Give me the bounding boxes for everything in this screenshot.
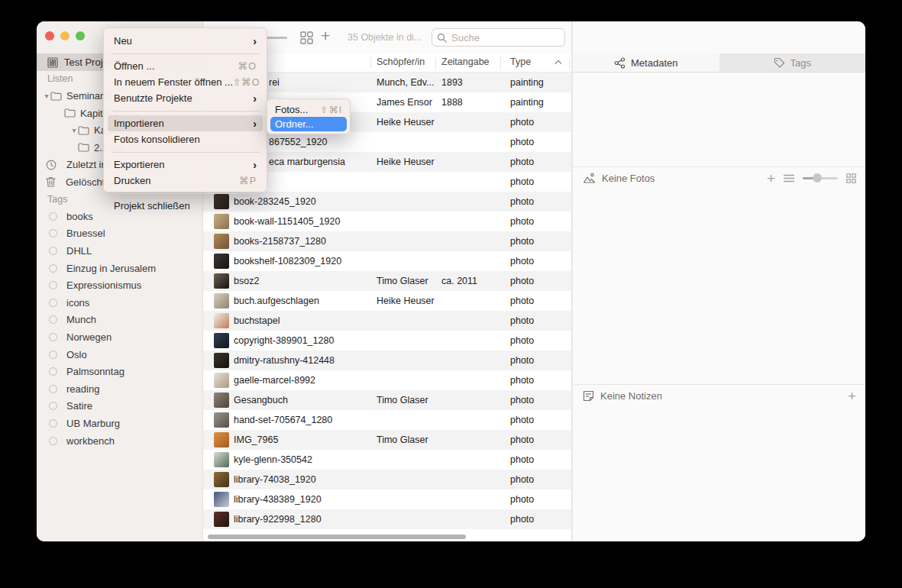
sidebar-tag-dhll[interactable]: DHLL <box>37 242 202 260</box>
add-object-button[interactable]: + <box>321 27 330 45</box>
project-menu: Neu›Öffnen ...⌘OIn neuem Fenster öffnen … <box>103 27 267 192</box>
list-view-icon[interactable] <box>784 174 794 183</box>
sidebar-tag-munch[interactable]: Munch <box>37 312 202 329</box>
tag-icon <box>774 57 785 69</box>
app-window: Test Projekt Listen▾SeminararKapitel 1▾K… <box>37 21 865 541</box>
table-row[interactable]: buch.aufgeschlagenHeike Heuserphoto <box>203 291 571 311</box>
table-row[interactable]: dmitry-ratushny-412448photo <box>203 351 571 370</box>
photo-size-slider[interactable] <box>803 177 838 179</box>
tab-tags-label: Tags <box>790 57 811 69</box>
sidebar-tag-satire[interactable]: Satire <box>37 398 202 415</box>
sidebar-tag-expressionismus[interactable]: Expressionismus <box>37 276 202 294</box>
minimize-button[interactable] <box>60 31 70 40</box>
thumbnail-size-slider[interactable] <box>266 37 287 39</box>
table-row[interactable]: gaelle-marcel-8992photo <box>203 370 571 390</box>
search-input[interactable] <box>450 31 542 44</box>
import-submenu: Fotos...⇧⌘IOrdner... <box>267 99 351 134</box>
tag-circle-icon <box>49 212 57 221</box>
sidebar-tag-ub-marburg[interactable]: UB Marburg <box>37 415 202 432</box>
table-row[interactable]: copyright-389901_1280photo <box>203 331 571 351</box>
trash-icon <box>46 176 56 187</box>
table-row[interactable]: kyle-glenn-350542photo <box>203 450 571 470</box>
tab-tags[interactable]: Tags <box>719 53 866 72</box>
tab-metadaten[interactable]: Metadaten <box>573 53 719 72</box>
table-row[interactable]: library-438389_1920photo <box>203 489 571 509</box>
table-row[interactable]: hand-set-705674_1280photo <box>203 410 571 430</box>
column-header-date[interactable]: Zeitangabe <box>441 57 490 67</box>
column-header-type[interactable]: Type <box>510 57 531 67</box>
add-photo-button[interactable]: + <box>767 171 775 186</box>
photos-grid-icon[interactable] <box>846 173 856 183</box>
sidebar-tag-palmsonntag[interactable]: Palmsonntag <box>37 363 202 380</box>
tag-circle-icon <box>49 281 57 289</box>
object-thumbnail <box>214 373 229 388</box>
object-thumbnail <box>214 333 229 348</box>
column-header-creator[interactable]: Schöpfer/in <box>377 57 425 67</box>
table-row[interactable]: bsoz2Timo Glaserca. 2011photo <box>203 271 571 291</box>
sidebar-tag-icons[interactable]: icons <box>37 294 202 312</box>
menu-item-projekt-schlie-en[interactable]: Projekt schließen <box>108 198 263 214</box>
table-row[interactable]: GesangbuchTimo Glaserphoto <box>203 390 571 410</box>
add-note-button[interactable]: + <box>848 389 856 403</box>
menu-item-neu[interactable]: Neu› <box>108 33 263 49</box>
search-field[interactable] <box>432 28 565 47</box>
photos-section-header: Keine Fotos + <box>573 168 865 188</box>
disclosure-triangle-icon[interactable]: ▾ <box>70 126 78 134</box>
tag-circle-icon <box>49 402 57 410</box>
table-row[interactable]: library-922998_1280photo <box>203 509 571 529</box>
tab-metadaten-label: Metadaten <box>631 57 677 69</box>
table-row[interactable]: IMG_7965Timo Glaserphoto <box>203 430 571 450</box>
table-row[interactable]: bookshelf-1082309_1920photo <box>203 251 571 271</box>
sidebar-tag-oslo[interactable]: Oslo <box>37 346 202 363</box>
tag-circle-icon <box>49 385 57 393</box>
menu-item-drucken[interactable]: Drucken⌘P <box>108 173 263 189</box>
sidebar-tag-workbench[interactable]: workbench <box>37 432 202 450</box>
sidebar-tag-reading[interactable]: reading <box>37 380 202 398</box>
grid-view-icon[interactable] <box>300 31 313 44</box>
menu-item-importieren[interactable]: Importieren› <box>108 115 263 131</box>
disclosure-triangle-icon[interactable]: ▾ <box>43 92 50 100</box>
table-row[interactable]: book-wall-1151405_1920photo <box>203 212 571 231</box>
sidebar-tag-bruessel[interactable]: Bruessel <box>37 225 202 243</box>
object-count-label: 35 Objekte in di... <box>348 32 422 43</box>
submenu-item-ordner-[interactable]: Ordner... <box>270 117 347 131</box>
menu-item-exportieren[interactable]: Exportieren› <box>108 157 263 173</box>
horizontal-scrollbar[interactable] <box>208 535 466 539</box>
menu-item-in-neuem-fenster-ffnen-[interactable]: In neuem Fenster öffnen ...⇧⌘O <box>108 74 263 90</box>
zoom-button[interactable] <box>76 31 85 40</box>
object-thumbnail <box>214 452 229 467</box>
notes-empty-label: Keine Notizen <box>600 390 662 402</box>
sidebar-tag-einzug-in-jerusalem[interactable]: Einzug in Jerusalem <box>37 260 202 277</box>
folder-icon <box>64 108 76 118</box>
table-row[interactable]: books-2158737_1280photo <box>203 231 571 251</box>
folder-icon <box>78 143 89 152</box>
tag-circle-icon <box>49 247 57 255</box>
object-thumbnail <box>214 353 229 368</box>
sort-ascending-icon <box>554 60 562 65</box>
share-nodes-icon <box>614 57 626 69</box>
object-thumbnail <box>214 512 229 527</box>
tag-circle-icon <box>49 315 57 324</box>
object-thumbnail <box>214 432 229 447</box>
folder-icon <box>50 92 62 101</box>
tag-circle-icon <box>49 333 57 341</box>
table-row[interactable]: library-74038_1920photo <box>203 470 571 489</box>
submenu-arrow-icon: › <box>253 93 257 104</box>
object-thumbnail <box>214 214 229 229</box>
object-thumbnail <box>214 313 229 328</box>
close-button[interactable] <box>45 31 54 40</box>
sidebar-tag-norwegen[interactable]: Norwegen <box>37 328 202 346</box>
tag-circle-icon <box>49 367 57 376</box>
slider-knob[interactable] <box>813 173 822 183</box>
submenu-item-fotos-[interactable]: Fotos...⇧⌘I <box>270 102 347 117</box>
object-thumbnail <box>214 412 229 428</box>
menu-item-benutzte-projekte[interactable]: Benutzte Projekte› <box>108 90 263 106</box>
window-controls <box>45 31 85 40</box>
project-icon <box>47 57 58 68</box>
menu-item-fotos-konsolidieren[interactable]: Fotos konsolidieren <box>108 131 263 147</box>
tag-circle-icon <box>49 419 57 428</box>
submenu-arrow-icon: › <box>253 160 257 170</box>
menu-item--ffnen-[interactable]: Öffnen ...⌘O <box>108 58 263 74</box>
table-row[interactable]: buchstapelphoto <box>203 311 571 331</box>
tag-circle-icon <box>49 351 57 359</box>
